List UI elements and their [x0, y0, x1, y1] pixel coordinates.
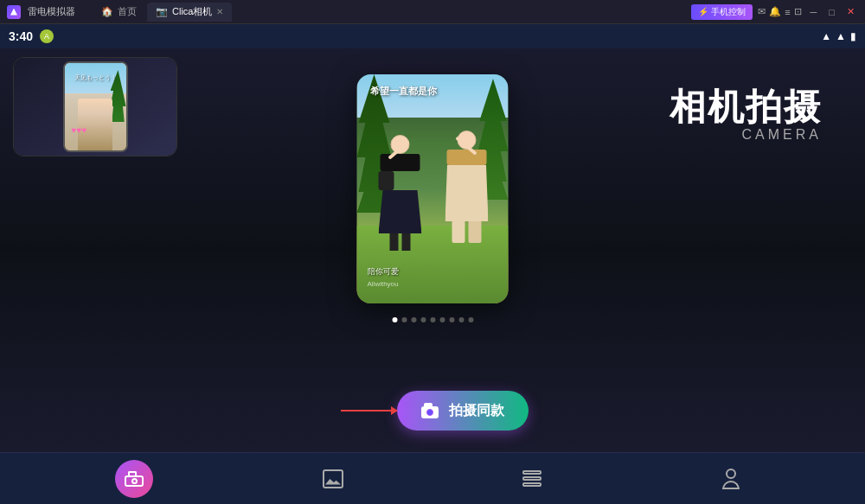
thumbnail-hearts: ♥♥♥ [72, 125, 87, 135]
phone-ctrl-button[interactable]: ⚡ 手机控制 [691, 4, 753, 20]
nav-person-body [722, 481, 740, 489]
arrow-line [341, 410, 397, 411]
thumbnail-phone-frame: ♥♥♥ 天见もっとう！ [14, 58, 176, 156]
card-top-text: 希望一直都是你 [370, 85, 437, 98]
nav-layers-icon [519, 466, 545, 492]
person-left [375, 135, 426, 256]
menu-icon: ≡ [785, 7, 790, 17]
dot-6[interactable] [439, 317, 445, 322]
minimize-button[interactable]: ─ [807, 5, 821, 19]
nav-person-head [726, 469, 736, 479]
nav-layer-3 [522, 482, 541, 487]
nav-layer-1 [522, 470, 541, 475]
arrow-indicator [336, 410, 397, 412]
tab-home-label: 首页 [118, 5, 137, 18]
nav-camera-icon-container [115, 460, 153, 498]
fullscreen-icon: ⊡ [794, 6, 802, 17]
title-bar-right: ⚡ 手机控制 ✉ 🔔 ≡ ⊡ ─ □ ✕ [691, 4, 858, 20]
nav-item-camera[interactable] [112, 460, 156, 498]
capture-button[interactable]: 拍摄同款 [397, 391, 529, 431]
nav-layer-2 [522, 476, 541, 481]
message-icon: ✉ [758, 6, 766, 17]
title-bar-left: 雷电模拟器 🏠 首页 📷 Clica相机 ✕ [7, 3, 232, 22]
camera-title-area: 相机拍摄 CAMERA [670, 83, 822, 143]
app-icon [7, 5, 21, 19]
bottom-nav [0, 452, 865, 504]
tab-home[interactable]: 🏠 首页 [93, 3, 145, 22]
main-content: ♥♥♥ 天见もっとう！ 相机拍摄 CAMERA [0, 48, 865, 452]
camera-body [421, 406, 439, 418]
tab-camera-icon: 📷 [156, 6, 168, 17]
nav-layers-stack [522, 470, 541, 487]
time-bar: 3:40 A ▲ ▲ ▮ [0, 24, 865, 48]
camera-body-nav [125, 475, 144, 487]
signal-icon: ▲ [836, 30, 846, 42]
nav-profile-icon [718, 466, 744, 492]
camera-button-icon [421, 403, 440, 418]
capture-button-label: 拍摄同款 [449, 402, 504, 420]
person-right [441, 131, 493, 256]
nav-camera-icon [125, 471, 144, 487]
phone-ctrl-icon: ⚡ [698, 7, 708, 16]
arrow-head [391, 406, 398, 415]
dot-7[interactable] [449, 317, 454, 322]
title-bar: 雷电模拟器 🏠 首页 📷 Clica相机 ✕ ⚡ 手机控制 ✉ 🔔 ≡ ⊡ ─ … [0, 0, 865, 24]
dot-3[interactable] [411, 317, 416, 322]
nav-photo-frame [323, 469, 343, 488]
close-button[interactable]: ✕ [843, 4, 858, 19]
time-display: 3:40 [9, 29, 33, 43]
nav-item-gallery[interactable] [311, 466, 355, 492]
android-icon: A [40, 29, 54, 43]
card-bottom-text: 陪你可爱 [368, 266, 399, 278]
thumbnail-top-text: 天见もっとう！ [74, 73, 117, 82]
status-icons: ✉ 🔔 ≡ ⊡ [758, 6, 801, 17]
nav-photo-mountain [325, 478, 341, 485]
thumbnail-preview: ♥♥♥ 天见もっとう！ [13, 57, 177, 156]
camera-title-chinese: 相机拍摄 [670, 83, 822, 131]
battery-icon: ▮ [850, 30, 856, 42]
dot-8[interactable] [458, 317, 464, 322]
thumbnail-inner-frame: ♥♥♥ 天见もっとう！ [63, 61, 128, 152]
home-icon: 🏠 [101, 6, 113, 17]
tab-close-icon[interactable]: ✕ [216, 7, 223, 16]
wifi-icon: ▲ [821, 30, 831, 42]
carousel-dots [392, 317, 473, 322]
photo-card[interactable]: 希望一直都是你 陪你可爱 Allwithyou [357, 74, 509, 303]
nav-gallery-icon [320, 466, 346, 492]
nav-item-profile[interactable] [709, 466, 753, 492]
dot-4[interactable] [420, 317, 426, 322]
tab-camera-active[interactable]: 📷 Clica相机 ✕ [147, 3, 232, 22]
maximize-button[interactable]: □ [825, 5, 838, 19]
dot-5[interactable] [430, 317, 435, 322]
camera-lens-nav [131, 478, 138, 484]
thumbnail-photo: ♥♥♥ 天见もっとう！ [65, 63, 126, 150]
action-area: 拍摄同款 [336, 391, 529, 431]
camera-lens [426, 409, 433, 416]
status-bar-right: ▲ ▲ ▮ [821, 30, 856, 42]
bell-icon: 🔔 [769, 6, 781, 17]
tab-active-label: Clica相机 [172, 5, 212, 18]
photo-card-container: 希望一直都是你 陪你可爱 Allwithyou [357, 74, 509, 303]
dot-2[interactable] [401, 317, 407, 322]
card-bottom-subtext: Allwithyou [368, 280, 399, 288]
camera-bump-nav [128, 471, 137, 475]
nav-person-shape [722, 469, 740, 489]
dot-1[interactable] [392, 317, 397, 322]
nav-item-effects[interactable] [510, 466, 554, 492]
dot-9[interactable] [468, 317, 473, 322]
tabs-bar: 🏠 首页 📷 Clica相机 ✕ [93, 3, 232, 22]
app-name: 雷电模拟器 [28, 5, 75, 18]
